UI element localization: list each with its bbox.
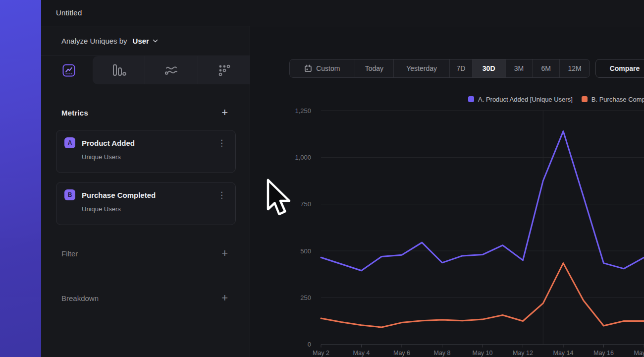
add-filter-button[interactable]: + (221, 248, 228, 258)
analyze-by-value: User (133, 37, 149, 45)
range-button-yesterday[interactable]: Yesterday (393, 60, 449, 77)
filter-label: Filter (61, 249, 78, 258)
x-axis: May 2May 4May 6May 8May 10May 12May 14Ma… (313, 345, 644, 357)
app-window: Untitled Analyze Uniques by User (41, 0, 644, 357)
range-button-6m[interactable]: 6M (532, 60, 559, 77)
analyze-label: Analyze Uniques by (61, 37, 127, 45)
top-bar: Untitled (41, 0, 644, 26)
line-series-b[interactable] (321, 263, 644, 327)
legend-label: B. Purchase Completed [Unique Users] (591, 96, 644, 103)
breakdown-label: Breakdown (61, 294, 99, 302)
tab-flow-chart[interactable] (145, 56, 197, 84)
main-panel: CustomTodayYesterday7D30D3M6M12M Compare… (250, 26, 644, 357)
analyze-by-select[interactable]: User (133, 37, 158, 45)
svg-text:0: 0 (308, 341, 311, 348)
svg-text:May 2: May 2 (313, 350, 329, 357)
metric-card-a-row: A Product Added ⋮ (56, 130, 235, 148)
add-breakdown-button[interactable]: + (221, 293, 228, 303)
background-gradient-strip (0, 0, 41, 357)
filter-section: Filter + (41, 244, 250, 262)
gridlines (321, 111, 644, 298)
sidebar: Analyze Uniques by User (41, 26, 250, 357)
chart-type-tab-group (93, 56, 250, 84)
y-axis-labels: 02505007501,0001,250 (295, 107, 311, 349)
metric-card-b-row: B Purchase Completed ⋮ (56, 182, 235, 200)
line-series-a[interactable] (321, 131, 644, 271)
metrics-title: Metrics (61, 109, 88, 117)
analyze-row: Analyze Uniques by User (41, 26, 250, 56)
add-metric-button[interactable]: + (221, 108, 228, 118)
svg-text:May 16: May 16 (593, 350, 614, 357)
svg-text:May 14: May 14 (553, 350, 574, 357)
chevron-down-icon (153, 39, 158, 43)
range-button-label: 12M (568, 64, 581, 72)
range-button-label: 30D (483, 64, 495, 72)
metric-a-menu-icon[interactable]: ⋮ (216, 139, 227, 147)
bar-chart-icon (111, 63, 126, 77)
legend-item-b[interactable]: B. Purchase Completed [Unique Users] (582, 96, 644, 103)
metric-b-subtitle[interactable]: Unique Users (82, 205, 235, 213)
legend-item-a[interactable]: A. Product Added [Unique Users] (468, 96, 573, 103)
metric-card-a[interactable]: A Product Added ⋮ Unique Users (56, 130, 236, 173)
chart-legend: A. Product Added [Unique Users]B. Purcha… (468, 95, 644, 104)
range-button-today[interactable]: Today (355, 60, 394, 77)
svg-text:May 10: May 10 (473, 350, 493, 357)
svg-text:May 6: May 6 (393, 350, 410, 357)
metric-b-menu-icon[interactable]: ⋮ (216, 191, 227, 199)
tab-bar-chart[interactable] (93, 56, 145, 84)
range-button-label: Custom (316, 64, 340, 72)
range-button-custom[interactable]: Custom (290, 60, 355, 77)
chart-area[interactable]: 02505007501,0001,250May 2May 4May 6May 8… (250, 104, 644, 357)
range-button-label: 7D (456, 64, 465, 72)
svg-text:1,000: 1,000 (295, 154, 311, 161)
report-title[interactable]: Untitled (56, 0, 82, 26)
range-button-3m[interactable]: 3M (505, 60, 533, 77)
range-group: CustomTodayYesterday7D30D3M6M12M (289, 59, 590, 78)
trend-chart[interactable]: 02505007501,0001,250May 2May 4May 6May 8… (250, 104, 644, 357)
range-button-label: 6M (541, 64, 551, 72)
metrics-header: Metrics + (41, 102, 250, 123)
metric-a-badge: A (64, 137, 75, 148)
svg-text:May 4: May 4 (353, 350, 370, 357)
range-button-label: 3M (514, 64, 524, 72)
svg-text:750: 750 (300, 200, 311, 208)
range-button-label: Today (365, 64, 383, 72)
metric-b-title: Purchase Completed (82, 191, 156, 199)
compare-button[interactable]: Compare (595, 59, 644, 78)
svg-text:1,250: 1,250 (295, 107, 311, 115)
range-button-30d[interactable]: 30D (472, 60, 505, 77)
chart-type-tabs (41, 56, 250, 84)
calendar-icon (304, 64, 312, 72)
legend-label: A. Product Added [Unique Users] (478, 96, 573, 103)
legend-swatch (582, 96, 588, 102)
metric-a-title: Product Added (82, 139, 135, 147)
flow-chart-icon (164, 64, 179, 77)
metric-a-subtitle[interactable]: Unique Users (82, 153, 235, 161)
svg-text:250: 250 (300, 294, 311, 301)
metric-card-b[interactable]: B Purchase Completed ⋮ Unique Users (56, 182, 236, 225)
tab-line-chart[interactable] (45, 56, 93, 84)
breakdown-section: Breakdown + (41, 289, 250, 307)
svg-text:May 8: May 8 (433, 350, 450, 357)
range-button-label: Yesterday (406, 64, 437, 72)
range-button-12m[interactable]: 12M (559, 60, 590, 77)
svg-text:500: 500 (300, 247, 311, 255)
metric-b-badge: B (64, 189, 75, 200)
tab-grid-dots[interactable] (198, 56, 250, 84)
svg-text:May 18: May 18 (634, 350, 644, 357)
grid-dots-icon (217, 63, 231, 77)
legend-swatch (468, 96, 474, 102)
range-button-7d[interactable]: 7D (449, 60, 472, 77)
svg-text:May 12: May 12 (513, 350, 533, 357)
line-chart-icon (61, 63, 76, 78)
